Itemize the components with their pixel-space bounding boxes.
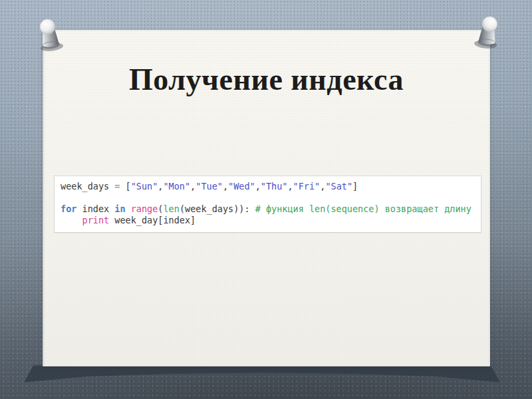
code-token-plain: , <box>255 181 261 192</box>
code-line: week_days = ["Sun","Mon","Tue","Wed","Th… <box>61 181 481 192</box>
code-token-plain: [ <box>120 181 130 192</box>
code-token-str: "Wed" <box>228 181 255 192</box>
code-token-plain: (week_days)): <box>180 203 255 214</box>
code-token-plain: ] <box>352 181 358 192</box>
code-token-str: "Thu" <box>261 181 288 192</box>
pushpin-graphic <box>470 13 505 53</box>
pushpin-icon <box>470 13 505 53</box>
code-token-plain <box>126 203 131 214</box>
code-line: for index in range(len(week_days)): # фу… <box>61 203 481 215</box>
code-line: print week_day[index] <box>61 215 481 226</box>
code-token-kw: for <box>61 203 76 214</box>
code-token-fn: range <box>131 203 158 214</box>
code-token-str: "Sat" <box>325 181 352 192</box>
slide-paper: Получение индекса week_days = ["Sun","Mo… <box>43 30 490 366</box>
code-token-plain: , <box>287 181 293 192</box>
code-token-str: "Mon" <box>163 181 190 192</box>
code-token-str: "Fri" <box>293 181 321 192</box>
code-snippet: week_days = ["Sun","Mon","Tue","Wed","Th… <box>55 176 481 232</box>
code-token-plain: week_days <box>61 181 114 192</box>
code-token-str: "Sun" <box>131 181 158 192</box>
code-token-builtin: len <box>163 203 179 214</box>
code-token-str: "Tue" <box>196 181 223 192</box>
pushpin-icon <box>31 15 67 55</box>
pushpin-graphic <box>31 15 67 55</box>
code-token-fn: print <box>82 215 110 225</box>
code-token-comment: # функция len(sequence) возвращает длину <box>255 203 471 214</box>
code-line <box>61 192 481 203</box>
code-token-plain: week_day[index] <box>109 215 196 225</box>
code-token-plain: , <box>223 181 228 192</box>
code-token-kw: in <box>114 203 125 214</box>
slide-title: Получение индекса <box>43 62 490 97</box>
code-token-plain <box>61 215 82 225</box>
code-token-plain: index <box>76 203 114 214</box>
